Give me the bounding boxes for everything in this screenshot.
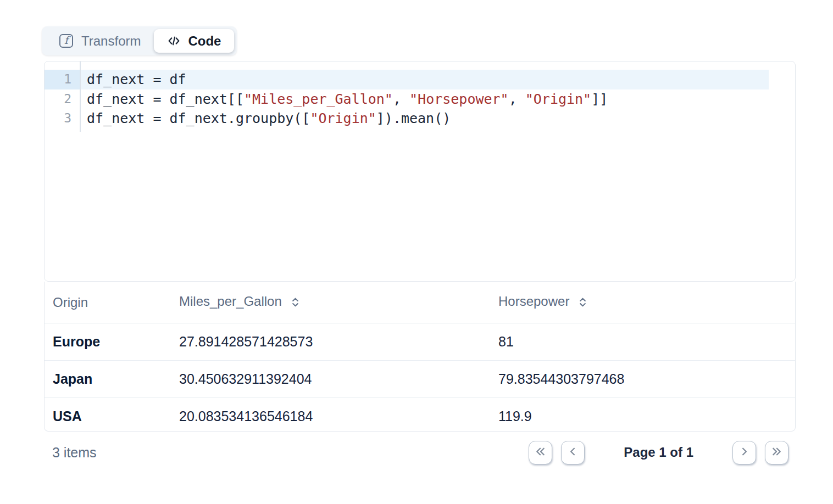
function-icon: f — [59, 34, 73, 48]
code-token: ]).mean() — [376, 110, 451, 126]
code-line[interactable]: 3 df_next = df_next.groupby(["Origin"]).… — [45, 109, 795, 128]
gutter-divider — [80, 61, 81, 132]
chevron-left-icon — [567, 445, 579, 460]
cell-miles-per-gallon: 30.450632911392404 — [171, 361, 490, 398]
tab-transform-label: Transform — [81, 33, 141, 49]
code-line[interactable]: 2 df_next = df_next[["Miles_per_Gallon",… — [45, 89, 795, 109]
result-table-panel: Origin Miles_per_Gallon Horsepower Europ… — [44, 282, 796, 432]
result-table: Origin Miles_per_Gallon Horsepower Europ… — [45, 282, 795, 432]
column-label: Horsepower — [498, 294, 569, 309]
double-chevron-right-icon — [770, 445, 783, 460]
string-token: "Origin" — [525, 91, 591, 107]
code-token: ]] — [591, 91, 608, 107]
sort-icon[interactable] — [290, 296, 301, 311]
tab-code-label: Code — [188, 33, 221, 49]
line-number: 3 — [45, 109, 80, 128]
column-header-miles-per-gallon[interactable]: Miles_per_Gallon — [171, 282, 490, 323]
code-editor[interactable]: 1 df_next = df 2 df_next = df_next[["Mil… — [44, 61, 796, 282]
string-token: "Miles_per_Gallon" — [244, 91, 393, 107]
cell-horsepower: 119.9 — [490, 398, 795, 432]
double-chevron-left-icon — [534, 445, 547, 460]
column-header-origin: Origin — [45, 282, 171, 323]
code-token: df_next = df_next[[ — [87, 91, 244, 107]
tab-code[interactable]: Code — [154, 29, 234, 53]
code-token: df_next = df_next.groupby([ — [87, 110, 310, 126]
line-number: 2 — [45, 89, 80, 109]
tab-transform[interactable]: f Transform — [45, 33, 154, 49]
cell-horsepower: 81 — [490, 323, 795, 361]
pagination: Page 1 of 1 — [529, 441, 788, 464]
table-header-row: Origin Miles_per_Gallon Horsepower — [45, 282, 795, 323]
table-row: Japan 30.450632911392404 79.835443037974… — [45, 361, 795, 398]
column-header-horsepower[interactable]: Horsepower — [490, 282, 795, 323]
column-label: Origin — [53, 295, 88, 310]
string-token: "Origin" — [310, 110, 376, 126]
view-mode-tabbar: f Transform Code — [42, 26, 237, 55]
cell-miles-per-gallon: 20.083534136546184 — [171, 398, 490, 432]
table-row: Europe 27.891428571428573 81 — [45, 323, 795, 361]
cell-horsepower: 79.83544303797468 — [490, 361, 795, 398]
last-page-button[interactable] — [765, 441, 788, 464]
page-indicator: Page 1 of 1 — [624, 445, 693, 460]
code-icon — [167, 34, 181, 48]
prev-page-button[interactable] — [561, 441, 585, 464]
code-token: , — [509, 91, 525, 107]
cell-origin: USA — [45, 398, 171, 432]
code-token: df_next = df — [87, 71, 186, 87]
code-token: , — [393, 91, 409, 107]
cell-miles-per-gallon: 27.891428571428573 — [171, 323, 490, 361]
code-line[interactable]: 1 df_next = df — [45, 70, 795, 89]
next-page-button[interactable] — [732, 441, 756, 464]
cell-origin: Europe — [45, 323, 171, 361]
column-label: Miles_per_Gallon — [179, 294, 282, 309]
table-footer: 3 items Page 1 of 1 — [44, 439, 796, 466]
items-count: 3 items — [52, 445, 97, 461]
line-number: 1 — [45, 70, 80, 89]
string-token: "Horsepower" — [409, 91, 509, 107]
chevron-right-icon — [738, 445, 751, 460]
cell-origin: Japan — [45, 361, 171, 398]
first-page-button[interactable] — [529, 441, 552, 464]
table-row: USA 20.083534136546184 119.9 — [45, 398, 795, 432]
sort-icon[interactable] — [577, 296, 588, 311]
code-area[interactable]: 1 df_next = df 2 df_next = df_next[["Mil… — [45, 61, 795, 128]
